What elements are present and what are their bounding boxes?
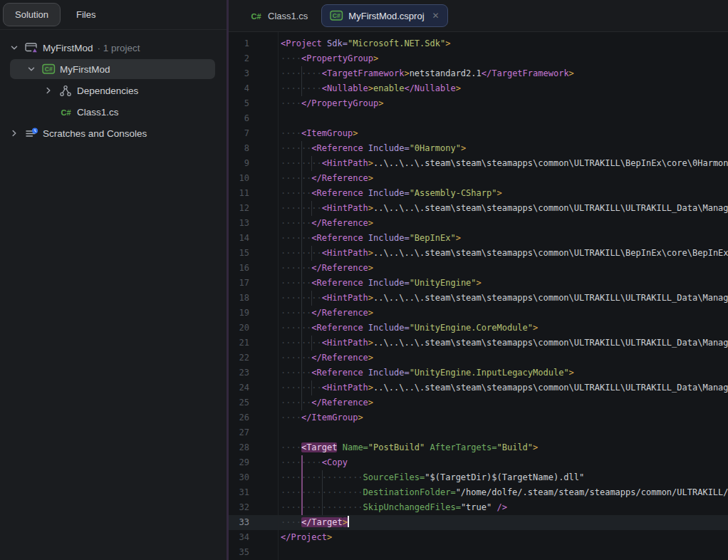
line-number: 28	[229, 440, 281, 455]
code-line-23: ······<Reference Include="UnityEngine.In…	[281, 365, 728, 380]
editor-tab-myfirstmod-csproj[interactable]: C#MyFirstMod.csproj✕	[321, 4, 447, 27]
code-token: "0Harmony"	[410, 143, 461, 153]
code-token: </PropertyGroup	[301, 98, 378, 108]
code-token: <HintPath	[322, 158, 368, 168]
line-number: 17	[229, 276, 281, 291]
whitespace-dots: ················	[281, 502, 363, 512]
whitespace-dots: ······	[281, 218, 311, 228]
code-token: <Reference	[311, 368, 363, 378]
editor-tab-bar: C#Class1.csC#MyFirstMod.csproj✕	[229, 0, 728, 32]
dependencies-icon	[57, 84, 74, 97]
csharp-project-icon: C#	[330, 10, 343, 21]
code-token: Sdk=	[322, 38, 348, 48]
code-token: Include=	[363, 368, 410, 378]
editor-area: C#Class1.csC#MyFirstMod.csproj✕ 12345678…	[229, 0, 728, 560]
whitespace-dots: ······	[281, 353, 311, 363]
line-number: 13	[229, 216, 281, 231]
line-number: 20	[229, 321, 281, 336]
chevron-down-icon[interactable]	[23, 63, 40, 76]
tree-item-class1-file[interactable]: C#Class1.cs	[0, 101, 227, 123]
line-number: 31	[229, 485, 281, 500]
code-token: ..\..\..\.steam\steam\steamapps\common\U…	[373, 293, 728, 303]
line-number: 4	[229, 81, 281, 96]
code-token: ..\..\..\.steam\steam\steamapps\common\U…	[373, 203, 728, 213]
chevron-right-icon[interactable]	[6, 127, 23, 140]
rider-window: SolutionFiles MyFirstMod· 1 projectC#MyF…	[0, 0, 728, 560]
close-icon[interactable]: ✕	[432, 11, 440, 21]
code-token: >	[368, 173, 373, 183]
code-token: netstandard2.1	[410, 68, 482, 78]
code-token: SourceFiles=	[363, 472, 425, 482]
code-token: <Reference	[311, 278, 363, 288]
editor-tab-class1-cs[interactable]: C#Class1.cs	[241, 6, 316, 26]
code-token: Include=	[363, 323, 410, 333]
line-number: 6	[229, 111, 281, 126]
line-number: 30	[229, 470, 281, 485]
code-line-10: ······</Reference>	[281, 171, 728, 186]
code-token: "Microsoft.NET.Sdk"	[348, 38, 445, 48]
code-line-32: ················SkipUnchangedFiles="true…	[281, 500, 728, 515]
code-token: </Reference	[311, 218, 368, 228]
tree-item-solution-root[interactable]: MyFirstMod· 1 project	[0, 37, 227, 58]
tool-window-tab-files[interactable]: Files	[65, 4, 107, 26]
whitespace-dots: ····	[281, 442, 301, 452]
whitespace-dots: ········	[281, 68, 322, 78]
code-token: "UnityEngine.CoreModule"	[410, 323, 533, 333]
whitespace-dots: ········	[281, 248, 322, 258]
chevron-down-icon[interactable]	[6, 41, 23, 54]
line-number: 10	[229, 171, 281, 186]
code-token: Include=	[363, 143, 410, 153]
csharp-file-icon: C#	[249, 11, 263, 21]
code-line-16: ······</Reference>	[281, 261, 728, 276]
editor-tab-label: Class1.cs	[268, 11, 308, 21]
whitespace-dots: ······	[281, 398, 311, 408]
code-token: </Project	[281, 532, 327, 542]
tree-item-scratches[interactable]: Scratches and Consoles	[0, 123, 227, 144]
code-line-27	[281, 425, 728, 440]
code-token: >	[368, 293, 373, 303]
tree-item-dependencies[interactable]: Dependencies	[0, 80, 227, 101]
line-number: 26	[229, 410, 281, 425]
whitespace-dots: ······	[281, 368, 311, 378]
line-number: 7	[229, 126, 281, 141]
line-number: 32	[229, 500, 281, 515]
code-editor[interactable]: 1234567891011121314151617181920212223242…	[229, 32, 728, 560]
code-line-8: ······<Reference Include="0Harmony">	[281, 141, 728, 156]
whitespace-dots: ······	[281, 233, 311, 243]
code-line-26: ····</ItemGroup>	[281, 410, 728, 425]
code-line-5: ····</PropertyGroup>	[281, 96, 728, 111]
whitespace-dots: ······	[281, 308, 311, 318]
tree-item-label: Dependencies	[77, 85, 138, 96]
line-number: 8	[229, 141, 281, 156]
code-token: <Reference	[311, 323, 363, 333]
code-token: >	[569, 68, 574, 78]
code-token: >	[353, 128, 358, 138]
code-token: enable	[373, 83, 404, 93]
whitespace-dots: ····	[281, 517, 301, 527]
code-token: >	[358, 413, 363, 422]
code-token: >	[368, 203, 373, 213]
code-line-7: ····<ItemGroup>	[281, 126, 728, 141]
whitespace-dots: ········	[281, 203, 322, 213]
code-token: </Reference	[311, 398, 368, 408]
solution-icon	[23, 41, 40, 54]
code-token: ..\..\..\.steam\steam\steamapps\common\U…	[373, 248, 728, 258]
chevron-right-icon[interactable]	[40, 84, 57, 97]
code-token: <HintPath	[322, 203, 368, 213]
code-token: Include=	[363, 233, 410, 243]
code-line-2: ····<PropertyGroup>	[281, 51, 728, 66]
whitespace-dots: ········	[281, 338, 322, 348]
whitespace-dots: ········	[281, 293, 322, 303]
code-line-29: ········<Copy	[281, 455, 728, 470]
code-line-6	[281, 111, 728, 126]
tool-window-tab-solution[interactable]: Solution	[3, 3, 61, 26]
tree-item-project-myfirstmod[interactable]: C#MyFirstMod	[0, 58, 227, 80]
csharp-project-icon: C#	[40, 63, 57, 76]
code-line-18: ········<HintPath>..\..\..\.steam\steam\…	[281, 291, 728, 306]
code-line-1: <Project Sdk="Microsoft.NET.Sdk">	[281, 36, 728, 51]
code-line-20: ······<Reference Include="UnityEngine.Co…	[281, 321, 728, 336]
code-line-30: ················SourceFiles="$(TargetDir…	[281, 470, 728, 485]
line-number: 18	[229, 291, 281, 306]
code-token: >	[368, 383, 373, 393]
line-number: 1	[229, 36, 281, 51]
